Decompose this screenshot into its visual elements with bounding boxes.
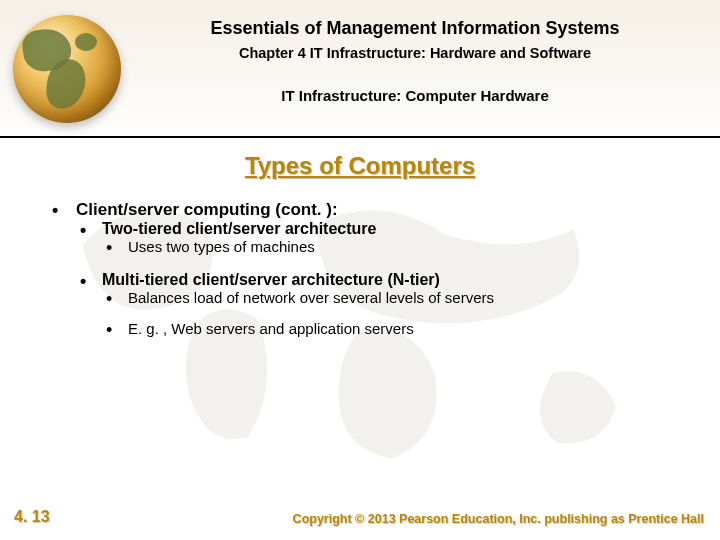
list-item: Balances load of network over several le… bbox=[102, 289, 690, 306]
slide-title: Types of Computers bbox=[0, 152, 720, 180]
globe-icon bbox=[8, 10, 126, 128]
list-item: Uses two types of machines bbox=[102, 238, 690, 255]
list-item: Two-tiered client/server architecture Us… bbox=[76, 220, 690, 255]
list-item-label: Balances load of network over several le… bbox=[128, 289, 494, 306]
list-item-label: E. g. , Web servers and application serv… bbox=[128, 320, 414, 337]
list-item-label: Multi-tiered client/server architecture … bbox=[102, 271, 440, 288]
chapter-label: Chapter 4 IT Infrastructure: Hardware an… bbox=[130, 45, 700, 61]
bullet-heading: Client/server computing (cont. ): Two-ti… bbox=[48, 200, 690, 337]
list-item: Multi-tiered client/server architecture … bbox=[76, 271, 690, 337]
list-item-label: Two-tiered client/server architecture bbox=[102, 220, 376, 237]
list-item-label: Uses two types of machines bbox=[128, 238, 315, 255]
copyright-text: Copyright © 2013 Pearson Education, Inc.… bbox=[293, 512, 704, 526]
horizontal-rule bbox=[0, 136, 720, 138]
section-label: IT Infrastructure: Computer Hardware bbox=[130, 87, 700, 104]
slide-number: 4. 13 bbox=[14, 508, 50, 526]
bullet-heading-text: Client/server computing (cont. ): bbox=[76, 200, 338, 219]
list-item: E. g. , Web servers and application serv… bbox=[102, 320, 690, 337]
slide-header: Essentials of Management Information Sys… bbox=[130, 18, 700, 104]
book-title: Essentials of Management Information Sys… bbox=[130, 18, 700, 39]
slide-content: Client/server computing (cont. ): Two-ti… bbox=[48, 200, 690, 355]
